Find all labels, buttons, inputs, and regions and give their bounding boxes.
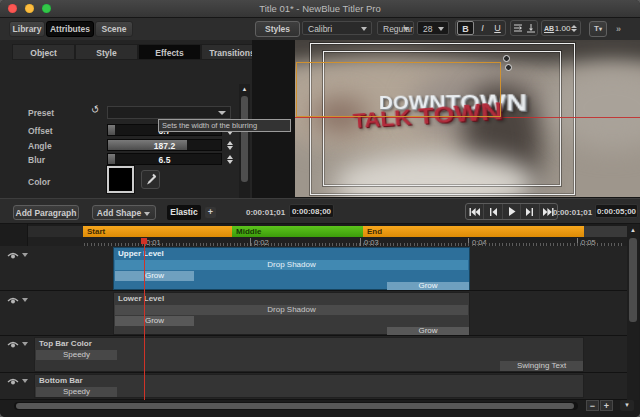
tab-scene[interactable]: Scene bbox=[95, 21, 133, 37]
tab-style[interactable]: Style bbox=[75, 44, 138, 60]
tracking-stepper[interactable] bbox=[571, 24, 578, 33]
playhead-line[interactable] bbox=[144, 238, 145, 400]
tracking-group: AB 1.00 bbox=[541, 20, 581, 36]
clip-upper-level[interactable]: Upper Level Drop Shadow Grow Grow bbox=[113, 247, 470, 290]
add-shape-button[interactable]: Add Shape bbox=[92, 205, 156, 220]
clip-top-bar-color[interactable]: Top Bar Color Speedy Swinging Text bbox=[34, 337, 584, 372]
tracking-value[interactable]: 1.00 bbox=[555, 24, 571, 33]
track-expand-icon[interactable] bbox=[22, 253, 28, 257]
effect-grow-in[interactable]: Grow bbox=[115, 271, 194, 281]
track-row-upper-level: Upper Level Drop Shadow Grow Grow bbox=[0, 246, 627, 291]
panel-scrollbar-thumb[interactable] bbox=[241, 96, 248, 182]
chevron-down-icon bbox=[361, 27, 367, 31]
eye-icon[interactable] bbox=[7, 296, 19, 305]
timeline-horizontal-scrollbar[interactable] bbox=[14, 402, 578, 410]
total-duration-field[interactable]: 0:00:05;00 bbox=[595, 204, 638, 218]
effect-speedy[interactable]: Speedy bbox=[36, 350, 117, 360]
clip-title: Top Bar Color bbox=[36, 339, 582, 349]
effect-grow-out[interactable]: Grow bbox=[387, 282, 469, 290]
kerning-icon[interactable] bbox=[513, 23, 523, 33]
effect-swinging-text[interactable]: Swinging Text bbox=[500, 361, 583, 371]
preset-label: Preset bbox=[28, 108, 54, 118]
clip-lower-level[interactable]: Lower Level Drop Shadow Grow Grow bbox=[113, 292, 470, 335]
scroll-up-icon[interactable]: ▲ bbox=[239, 86, 250, 92]
section-end[interactable]: End bbox=[363, 226, 584, 237]
selection-handle[interactable] bbox=[505, 64, 512, 71]
eye-icon[interactable] bbox=[7, 340, 19, 349]
track-expand-icon[interactable] bbox=[22, 342, 28, 346]
next-frame-button[interactable] bbox=[521, 204, 539, 219]
app-window: Title 01* - NewBlue Titler Pro Library A… bbox=[0, 0, 640, 417]
font-style-dropdown[interactable]: Regular bbox=[377, 21, 414, 35]
baseline-shift-icon[interactable] bbox=[526, 23, 536, 33]
angle-slider[interactable]: 187.2 bbox=[107, 139, 222, 151]
tab-effects[interactable]: Effects bbox=[138, 44, 201, 60]
preset-dropdown[interactable] bbox=[107, 106, 231, 119]
tooltip: Sets the width of the blurring bbox=[158, 119, 291, 132]
track-row-bottom-bar: Bottom Bar Speedy bbox=[0, 373, 627, 400]
previous-frame-button[interactable] bbox=[484, 204, 502, 219]
main-toolbar: Library Attributes Scene Styles Calibri … bbox=[0, 18, 640, 41]
offset-label: Offset bbox=[28, 126, 53, 136]
blur-stepper[interactable] bbox=[226, 153, 234, 165]
scroll-down-icon[interactable]: ▼ bbox=[620, 400, 634, 411]
font-family-dropdown[interactable]: Calibri bbox=[302, 21, 372, 35]
play-button[interactable] bbox=[503, 204, 521, 219]
tab-attributes[interactable]: Attributes bbox=[46, 21, 94, 37]
angle-label: Angle bbox=[28, 141, 52, 151]
text-format-group: B I U bbox=[455, 20, 506, 36]
angle-stepper[interactable] bbox=[226, 139, 234, 151]
zoom-out-button[interactable]: − bbox=[586, 400, 599, 411]
effect-grow-in[interactable]: Grow bbox=[115, 316, 194, 326]
underline-button[interactable]: U bbox=[490, 21, 505, 35]
add-paragraph-button[interactable]: Add Paragraph bbox=[13, 205, 79, 220]
track-expand-icon[interactable] bbox=[22, 298, 28, 302]
tab-library[interactable]: Library bbox=[9, 21, 45, 37]
track-expand-icon[interactable] bbox=[22, 379, 28, 383]
preview-area: DOWNTOWN TALK TOWN bbox=[252, 40, 640, 198]
bold-button[interactable]: B bbox=[457, 21, 474, 35]
blur-slider[interactable]: 6.5 bbox=[107, 153, 222, 165]
timeline-vertical-scrollbar[interactable]: ▲ bbox=[627, 224, 639, 400]
vertical-scrollbar-thumb[interactable] bbox=[629, 238, 637, 322]
selection-handle[interactable] bbox=[503, 55, 510, 62]
duration-field[interactable]: 0:00:08;00 bbox=[289, 204, 334, 218]
go-to-start-button[interactable] bbox=[466, 204, 484, 219]
clip-bottom-bar[interactable]: Bottom Bar Speedy bbox=[34, 374, 584, 398]
blur-label: Blur bbox=[28, 155, 45, 165]
styles-button[interactable]: Styles bbox=[255, 21, 300, 37]
eye-icon[interactable] bbox=[7, 377, 19, 386]
section-empty bbox=[584, 226, 627, 237]
tab-object[interactable]: Object bbox=[12, 44, 75, 60]
title-tool-button[interactable]: T▾ bbox=[589, 21, 607, 37]
effect-drop-shadow[interactable]: Drop Shadow bbox=[115, 305, 468, 315]
font-family-value: Calibri bbox=[308, 24, 332, 34]
insert-bar: Add Paragraph Add Shape Elastic + 0:00:0… bbox=[0, 198, 640, 224]
chevron-down-icon bbox=[144, 212, 150, 216]
eyedropper-button[interactable] bbox=[141, 170, 160, 189]
effect-grow-out[interactable]: Grow bbox=[387, 327, 469, 335]
zoom-in-button[interactable]: + bbox=[600, 400, 613, 411]
color-swatch[interactable] bbox=[107, 166, 134, 193]
style-preset-button[interactable]: Elastic bbox=[167, 205, 201, 220]
eye-icon[interactable] bbox=[7, 251, 19, 260]
blur-value: 6.5 bbox=[108, 154, 221, 166]
horizontal-scrollbar-thumb[interactable] bbox=[16, 403, 574, 409]
clip-title: Upper Level bbox=[115, 249, 468, 259]
effect-drop-shadow[interactable]: Drop Shadow bbox=[115, 260, 468, 270]
add-style-button[interactable]: + bbox=[205, 207, 216, 218]
transport-controls bbox=[465, 203, 558, 220]
selection-bounding-box[interactable] bbox=[296, 62, 501, 117]
tracking-icon: AB bbox=[544, 25, 554, 32]
scroll-up-icon[interactable]: ▲ bbox=[627, 227, 639, 233]
effect-speedy[interactable]: Speedy bbox=[36, 387, 117, 397]
color-label: Color bbox=[28, 177, 50, 187]
section-start[interactable]: Start bbox=[83, 226, 232, 237]
font-size-field[interactable]: 28 bbox=[417, 21, 449, 35]
toolbar-overflow-button[interactable]: » bbox=[616, 24, 620, 34]
reset-preset-icon[interactable]: ↺ bbox=[89, 103, 101, 116]
video-canvas[interactable]: DOWNTOWN TALK TOWN bbox=[295, 40, 640, 197]
playhead-marker[interactable] bbox=[141, 238, 147, 244]
section-middle[interactable]: Middle bbox=[232, 226, 363, 237]
italic-button[interactable]: I bbox=[475, 21, 490, 35]
